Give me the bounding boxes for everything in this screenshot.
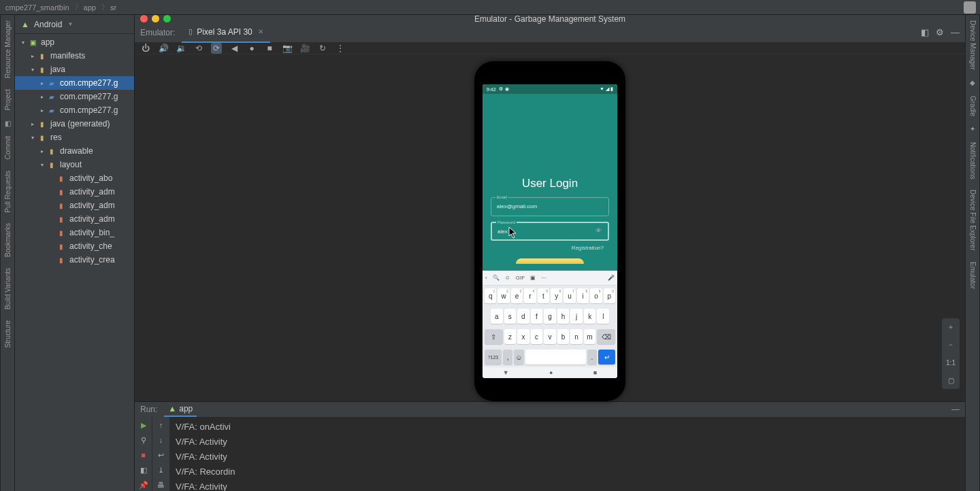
tree-row[interactable]: activity_adm (15, 199, 134, 212)
zoom-out-icon[interactable]: － (947, 339, 954, 351)
project-view-selector[interactable]: ▲ Android ▼ (15, 15, 134, 34)
tree-row[interactable]: activity_abo (15, 171, 134, 185)
key-s[interactable]: s (504, 309, 517, 324)
zoom-in-icon[interactable]: ＋ (947, 321, 954, 333)
key-w[interactable]: w2 (497, 288, 509, 303)
key-r[interactable]: r4 (524, 288, 536, 303)
rail-icon[interactable]: ◆ (968, 78, 977, 88)
settings-icon[interactable]: ⚙ (936, 27, 944, 37)
volume-down-icon[interactable]: 🔉 (176, 43, 186, 54)
tree-row[interactable]: ▸com.cmpe277.g (15, 103, 134, 117)
key-m[interactable]: m (584, 329, 595, 344)
enter-key[interactable]: ↵ (598, 350, 615, 365)
breadcrumb-2[interactable]: sr (110, 3, 116, 12)
tree-row[interactable]: activity_adm (15, 212, 134, 226)
print-icon[interactable]: 🖶 (156, 479, 167, 490)
project-tree[interactable]: ▾app▸manifests▾java▸com.cmpe277.g▸com.cm… (15, 34, 134, 491)
tree-row[interactable]: activity_adm (15, 185, 134, 199)
tool-tab-build-variants[interactable]: Build Variants (4, 265, 12, 312)
space-key[interactable] (525, 350, 586, 365)
window-close-icon[interactable] (140, 15, 148, 22)
kb-search-icon[interactable]: 🔍 (493, 275, 500, 281)
tree-row[interactable]: ▸drawable (15, 144, 134, 158)
period-key[interactable]: . (587, 350, 597, 365)
pin-icon[interactable]: 📌 (138, 479, 149, 490)
back-icon[interactable]: ◀ (229, 43, 240, 54)
emoji-key[interactable]: ☺ (514, 350, 523, 365)
kb-mic-icon[interactable]: 🎤 (608, 275, 615, 281)
tool-tab-project[interactable]: Project (4, 86, 12, 113)
kb-gif-button[interactable]: GIF (516, 275, 525, 281)
stop-icon[interactable]: ■ (264, 43, 275, 54)
tree-row[interactable]: ▸com.cmpe277.g (15, 90, 134, 103)
email-field[interactable]: Email alex@gmail.com (491, 197, 609, 216)
tree-row[interactable]: ▾app (15, 35, 134, 49)
run-console[interactable]: V/FA: onActiviV/FA: ActivityV/FA: Activi… (170, 417, 965, 491)
symbols-key[interactable]: ?123 (485, 350, 502, 365)
comma-key[interactable]: , (503, 350, 512, 365)
rotate-right-icon[interactable]: ⟳ (211, 43, 222, 54)
rail-icon[interactable]: ◧ (3, 118, 12, 128)
password-field[interactable]: Password alex 👁 (491, 222, 609, 241)
record-icon[interactable]: ● (246, 43, 257, 54)
tool-tab-emulator[interactable]: Emulator (969, 259, 977, 292)
tool-tab-structure[interactable]: Structure (4, 318, 12, 351)
tree-row[interactable]: activity_bin_ (15, 226, 134, 239)
backspace-key[interactable]: ⌫ (597, 329, 615, 344)
key-j[interactable]: j (570, 309, 583, 324)
tool-tab-resource-manager[interactable]: Resource Manager (4, 18, 12, 81)
volume-up-icon[interactable]: 🔊 (158, 43, 169, 54)
breadcrumb-0[interactable]: cmpe277_smartbin (5, 3, 69, 12)
wrap-icon[interactable]: ↩ (156, 450, 167, 460)
key-t[interactable]: t5 (538, 288, 549, 303)
avatar[interactable] (964, 1, 976, 14)
tool-tab-commit[interactable]: Commit (4, 133, 12, 162)
stop-run-icon[interactable]: ■ (138, 450, 149, 460)
key-n[interactable]: n (570, 329, 582, 344)
key-h[interactable]: h (557, 309, 570, 324)
key-f[interactable]: f (531, 309, 543, 324)
tool-tab-gradle[interactable]: Gradle (969, 93, 977, 119)
nav-home-icon[interactable]: ● (549, 369, 553, 376)
tree-row[interactable]: ▸manifests (15, 49, 134, 63)
rail-icon[interactable]: ✦ (968, 124, 977, 134)
key-k[interactable]: k (584, 309, 596, 324)
key-p[interactable]: p0 (604, 288, 615, 303)
tool-tab-bookmarks[interactable]: Bookmarks (4, 220, 12, 260)
key-q[interactable]: q1 (485, 288, 496, 303)
panel-minimize-icon[interactable]: — (951, 405, 960, 414)
key-o[interactable]: o9 (590, 288, 602, 303)
tree-row[interactable]: ▾layout (15, 158, 134, 171)
window-minimize-icon[interactable] (152, 15, 159, 22)
emulator-device-tab[interactable]: ▯ Pixel 3a API 30 ✕ (182, 22, 270, 43)
tree-row[interactable]: ▸java (generated) (15, 117, 134, 131)
key-x[interactable]: x (517, 329, 529, 344)
key-i[interactable]: i8 (577, 288, 589, 303)
attach-icon[interactable]: ⚲ (138, 435, 149, 445)
zoom-fit-icon[interactable]: ▢ (948, 374, 954, 386)
tree-row[interactable]: ▸com.cmpe277.g (15, 76, 134, 90)
login-button[interactable] (516, 258, 584, 264)
tree-row[interactable]: activity_che (15, 239, 134, 253)
power-icon[interactable]: ⏻ (140, 43, 151, 54)
nav-recent-icon[interactable]: ■ (593, 369, 597, 376)
breadcrumb-1[interactable]: app (84, 3, 96, 12)
visibility-off-icon[interactable]: 👁 (595, 227, 604, 235)
reload-icon[interactable]: ↻ (317, 43, 328, 54)
kb-sticker-icon[interactable]: ☺ (505, 275, 510, 281)
layout-icon[interactable]: ◧ (138, 464, 149, 475)
rerun-icon[interactable]: ▶ (138, 420, 149, 430)
registration-link[interactable]: Registration? (572, 245, 604, 251)
nav-back-icon[interactable]: ▼ (503, 369, 509, 376)
window-maximize-icon[interactable] (163, 15, 171, 22)
phone-screen[interactable]: 9:42 ⚙ ◉ ▼ ◢ ▮ User Login (483, 84, 617, 378)
key-u[interactable]: u7 (564, 288, 575, 303)
shift-key[interactable]: ⇧ (485, 329, 503, 344)
more-icon[interactable]: ⋮ (335, 43, 346, 54)
tool-tab-device-file-explorer[interactable]: Device File Explorer (969, 187, 977, 253)
key-z[interactable]: z (504, 329, 516, 344)
dock-icon[interactable]: ◧ (921, 27, 929, 37)
tree-row[interactable]: ▾res (15, 131, 134, 144)
tool-tab-notifications[interactable]: Notifications (969, 139, 977, 182)
tree-row[interactable]: ▾java (15, 63, 134, 76)
